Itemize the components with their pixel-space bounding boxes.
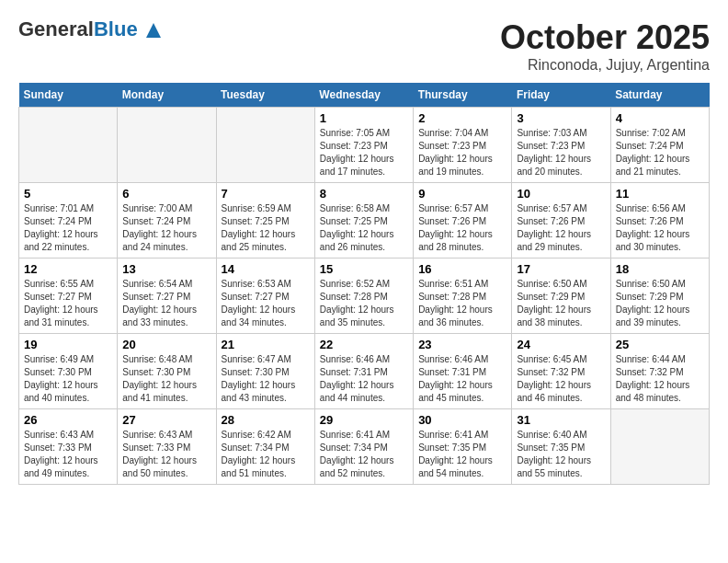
col-thursday: Thursday [414,83,512,108]
day-info: Sunrise: 6:42 AM Sunset: 7:34 PM Dayligh… [222,429,310,480]
day-info: Sunrise: 6:58 AM Sunset: 7:25 PM Dayligh… [320,202,408,254]
day-info: Sunrise: 6:41 AM Sunset: 7:35 PM Dayligh… [418,429,506,480]
day-number: 9 [418,187,506,201]
day-number: 4 [616,111,704,125]
day-info: Sunrise: 6:59 AM Sunset: 7:25 PM Dayligh… [222,202,310,254]
day-number: 15 [320,262,408,276]
table-row: 11 Sunrise: 6:56 AM Sunset: 7:26 PM Dayl… [610,183,709,259]
day-number: 24 [517,338,605,351]
calendar-week-row: 5 Sunrise: 7:01 AM Sunset: 7:24 PM Dayli… [19,183,710,259]
day-number: 28 [222,413,310,427]
day-info: Sunrise: 6:43 AM Sunset: 7:33 PM Dayligh… [122,429,210,480]
calendar-week-row: 1 Sunrise: 7:05 AM Sunset: 7:23 PM Dayli… [19,108,710,183]
table-row: 23 Sunrise: 6:46 AM Sunset: 7:31 PM Dayl… [414,334,512,409]
day-info: Sunrise: 6:54 AM Sunset: 7:27 PM Dayligh… [122,278,210,329]
day-number: 23 [418,338,506,351]
day-info: Sunrise: 6:50 AM Sunset: 7:29 PM Dayligh… [616,278,704,329]
calendar-week-row: 12 Sunrise: 6:55 AM Sunset: 7:27 PM Dayl… [19,259,710,334]
month-title: October 2025 [500,18,710,57]
day-number: 12 [24,262,112,276]
day-info: Sunrise: 7:01 AM Sunset: 7:24 PM Dayligh… [24,202,112,254]
table-row: 29 Sunrise: 6:41 AM Sunset: 7:34 PM Dayl… [314,409,413,485]
table-row: 22 Sunrise: 6:46 AM Sunset: 7:31 PM Dayl… [314,334,413,409]
day-info: Sunrise: 6:55 AM Sunset: 7:27 PM Dayligh… [24,278,112,329]
day-number: 19 [24,338,112,351]
location-title: Rinconoda, Jujuy, Argentina [500,57,710,74]
table-row: 1 Sunrise: 7:05 AM Sunset: 7:23 PM Dayli… [314,108,413,183]
day-number: 18 [616,262,704,276]
day-info: Sunrise: 6:44 AM Sunset: 7:32 PM Dayligh… [616,353,704,405]
calendar-week-row: 19 Sunrise: 6:49 AM Sunset: 7:30 PM Dayl… [19,334,710,409]
table-row: 7 Sunrise: 6:59 AM Sunset: 7:25 PM Dayli… [216,183,314,259]
day-info: Sunrise: 6:47 AM Sunset: 7:30 PM Dayligh… [222,353,310,405]
day-number: 29 [320,413,408,427]
table-row: 28 Sunrise: 6:42 AM Sunset: 7:34 PM Dayl… [216,409,314,485]
day-number: 1 [320,111,408,125]
day-info: Sunrise: 7:03 AM Sunset: 7:23 PM Dayligh… [517,127,605,178]
table-row: 19 Sunrise: 6:49 AM Sunset: 7:30 PM Dayl… [19,334,118,409]
day-number: 7 [222,187,310,201]
day-number: 8 [320,187,408,201]
day-info: Sunrise: 6:53 AM Sunset: 7:27 PM Dayligh… [222,278,310,329]
day-info: Sunrise: 6:51 AM Sunset: 7:28 PM Dayligh… [418,278,506,329]
day-number: 20 [122,338,210,351]
table-row: 25 Sunrise: 6:44 AM Sunset: 7:32 PM Dayl… [610,334,709,409]
day-number: 10 [517,187,605,201]
table-row: 8 Sunrise: 6:58 AM Sunset: 7:25 PM Dayli… [314,183,413,259]
day-info: Sunrise: 7:00 AM Sunset: 7:24 PM Dayligh… [122,202,210,254]
calendar-header-row: Sunday Monday Tuesday Wednesday Thursday… [19,83,710,108]
day-info: Sunrise: 7:02 AM Sunset: 7:24 PM Dayligh… [616,127,704,178]
day-number: 31 [517,413,605,427]
day-number: 5 [24,187,112,201]
logo-general: General [18,17,94,40]
logo-icon [145,22,162,39]
day-info: Sunrise: 7:04 AM Sunset: 7:23 PM Dayligh… [418,127,506,178]
day-info: Sunrise: 6:40 AM Sunset: 7:35 PM Dayligh… [517,429,605,480]
day-info: Sunrise: 7:05 AM Sunset: 7:23 PM Dayligh… [320,127,408,178]
day-number: 3 [517,111,605,125]
day-info: Sunrise: 6:41 AM Sunset: 7:34 PM Dayligh… [320,429,408,480]
day-number: 27 [122,413,210,427]
col-wednesday: Wednesday [314,83,413,108]
day-number: 17 [517,262,605,276]
day-number: 22 [320,338,408,351]
col-tuesday: Tuesday [216,83,314,108]
page-header: GeneralBlue October 2025 Rinconoda, Juju… [18,18,710,74]
title-block: October 2025 Rinconoda, Jujuy, Argentina [500,18,710,74]
table-row: 27 Sunrise: 6:43 AM Sunset: 7:33 PM Dayl… [118,409,216,485]
table-row: 13 Sunrise: 6:54 AM Sunset: 7:27 PM Dayl… [118,259,216,334]
day-info: Sunrise: 6:49 AM Sunset: 7:30 PM Dayligh… [24,353,112,405]
table-row: 2 Sunrise: 7:04 AM Sunset: 7:23 PM Dayli… [414,108,512,183]
table-row: 30 Sunrise: 6:41 AM Sunset: 7:35 PM Dayl… [414,409,512,485]
day-info: Sunrise: 6:57 AM Sunset: 7:26 PM Dayligh… [418,202,506,254]
col-saturday: Saturday [610,83,709,108]
calendar-week-row: 26 Sunrise: 6:43 AM Sunset: 7:33 PM Dayl… [19,409,710,485]
day-number: 26 [24,413,112,427]
col-monday: Monday [118,83,216,108]
table-row: 4 Sunrise: 7:02 AM Sunset: 7:24 PM Dayli… [610,108,709,183]
table-row: 5 Sunrise: 7:01 AM Sunset: 7:24 PM Dayli… [19,183,118,259]
day-number: 11 [616,187,704,201]
day-number: 2 [418,111,506,125]
table-row [216,108,314,183]
table-row: 24 Sunrise: 6:45 AM Sunset: 7:32 PM Dayl… [512,334,610,409]
table-row: 31 Sunrise: 6:40 AM Sunset: 7:35 PM Dayl… [512,409,610,485]
day-number: 21 [222,338,310,351]
table-row: 12 Sunrise: 6:55 AM Sunset: 7:27 PM Dayl… [19,259,118,334]
calendar-table: Sunday Monday Tuesday Wednesday Thursday… [18,83,710,485]
table-row [19,108,118,183]
day-number: 13 [122,262,210,276]
table-row: 10 Sunrise: 6:57 AM Sunset: 7:26 PM Dayl… [512,183,610,259]
day-info: Sunrise: 6:43 AM Sunset: 7:33 PM Dayligh… [24,429,112,480]
day-number: 6 [122,187,210,201]
day-info: Sunrise: 6:56 AM Sunset: 7:26 PM Dayligh… [616,202,704,254]
svg-marker-0 [146,23,161,38]
col-sunday: Sunday [19,83,118,108]
day-info: Sunrise: 6:50 AM Sunset: 7:29 PM Dayligh… [517,278,605,329]
table-row: 26 Sunrise: 6:43 AM Sunset: 7:33 PM Dayl… [19,409,118,485]
table-row: 21 Sunrise: 6:47 AM Sunset: 7:30 PM Dayl… [216,334,314,409]
table-row [118,108,216,183]
table-row: 14 Sunrise: 6:53 AM Sunset: 7:27 PM Dayl… [216,259,314,334]
table-row: 17 Sunrise: 6:50 AM Sunset: 7:29 PM Dayl… [512,259,610,334]
day-number: 16 [418,262,506,276]
